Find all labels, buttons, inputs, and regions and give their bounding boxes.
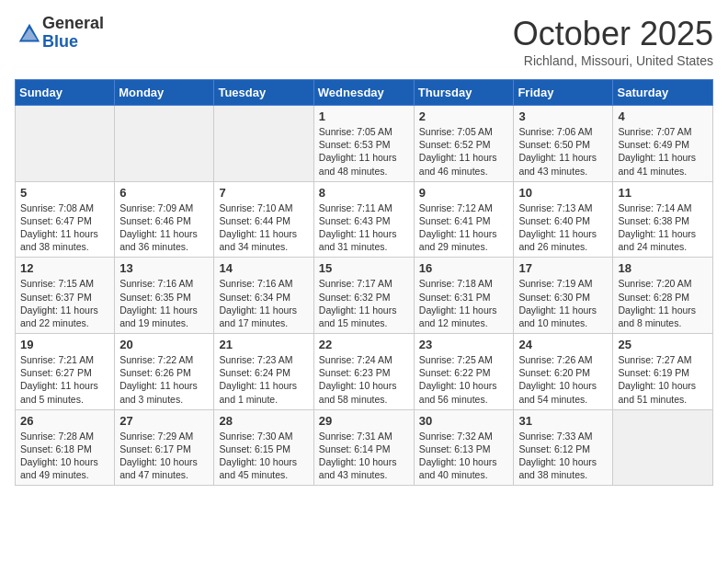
calendar-cell: 27Sunrise: 7:29 AM Sunset: 6:17 PM Dayli…	[115, 409, 214, 486]
calendar-cell: 1Sunrise: 7:05 AM Sunset: 6:53 PM Daylig…	[313, 106, 414, 182]
day-info: Sunrise: 7:27 AM Sunset: 6:19 PM Dayligh…	[618, 353, 708, 406]
calendar-cell: 21Sunrise: 7:23 AM Sunset: 6:24 PM Dayli…	[214, 334, 313, 410]
calendar-cell: 4Sunrise: 7:07 AM Sunset: 6:49 PM Daylig…	[613, 106, 713, 182]
calendar-week-row: 5Sunrise: 7:08 AM Sunset: 6:47 PM Daylig…	[16, 181, 713, 258]
day-info: Sunrise: 7:05 AM Sunset: 6:53 PM Dayligh…	[319, 125, 409, 178]
day-number: 22	[319, 338, 409, 351]
day-number: 25	[618, 338, 708, 351]
calendar-cell: 6Sunrise: 7:09 AM Sunset: 6:46 PM Daylig…	[115, 181, 214, 258]
day-number: 15	[319, 261, 409, 275]
calendar-cell: 14Sunrise: 7:16 AM Sunset: 6:34 PM Dayli…	[214, 258, 313, 334]
logo: General Blue	[15, 15, 104, 52]
weekday-header: Sunday	[16, 80, 115, 106]
calendar-cell: 25Sunrise: 7:27 AM Sunset: 6:19 PM Dayli…	[613, 334, 713, 410]
logo-text: General Blue	[42, 15, 104, 52]
calendar-table: SundayMondayTuesdayWednesdayThursdayFrid…	[15, 79, 713, 486]
day-number: 16	[419, 261, 509, 275]
calendar-cell: 12Sunrise: 7:15 AM Sunset: 6:37 PM Dayli…	[16, 258, 115, 334]
calendar-cell: 13Sunrise: 7:16 AM Sunset: 6:35 PM Dayli…	[115, 258, 214, 334]
calendar-cell: 19Sunrise: 7:21 AM Sunset: 6:27 PM Dayli…	[16, 334, 115, 410]
calendar-cell	[16, 106, 115, 182]
calendar-cell: 8Sunrise: 7:11 AM Sunset: 6:43 PM Daylig…	[313, 181, 414, 258]
day-info: Sunrise: 7:23 AM Sunset: 6:24 PM Dayligh…	[219, 353, 308, 406]
day-number: 14	[219, 261, 308, 275]
calendar-cell	[214, 106, 313, 182]
calendar-cell: 9Sunrise: 7:12 AM Sunset: 6:41 PM Daylig…	[414, 181, 514, 258]
day-info: Sunrise: 7:14 AM Sunset: 6:38 PM Dayligh…	[618, 201, 708, 254]
day-info: Sunrise: 7:05 AM Sunset: 6:52 PM Dayligh…	[419, 125, 509, 178]
calendar-cell: 17Sunrise: 7:19 AM Sunset: 6:30 PM Dayli…	[514, 258, 613, 334]
calendar-cell: 16Sunrise: 7:18 AM Sunset: 6:31 PM Dayli…	[414, 258, 514, 334]
day-info: Sunrise: 7:22 AM Sunset: 6:26 PM Dayligh…	[119, 353, 209, 406]
day-info: Sunrise: 7:29 AM Sunset: 6:17 PM Dayligh…	[119, 430, 209, 482]
calendar-cell: 28Sunrise: 7:30 AM Sunset: 6:15 PM Dayli…	[214, 409, 313, 486]
day-number: 12	[20, 261, 109, 275]
calendar-week-row: 1Sunrise: 7:05 AM Sunset: 6:53 PM Daylig…	[16, 106, 713, 182]
month-title: October 2025	[513, 15, 713, 53]
location: Richland, Missouri, United States	[513, 53, 713, 68]
day-number: 31	[518, 414, 608, 428]
day-info: Sunrise: 7:10 AM Sunset: 6:44 PM Dayligh…	[219, 201, 308, 254]
weekday-header: Thursday	[414, 80, 514, 106]
day-number: 23	[419, 338, 509, 351]
day-info: Sunrise: 7:30 AM Sunset: 6:15 PM Dayligh…	[219, 430, 308, 482]
day-info: Sunrise: 7:16 AM Sunset: 6:35 PM Dayligh…	[119, 277, 209, 329]
calendar-cell: 2Sunrise: 7:05 AM Sunset: 6:52 PM Daylig…	[414, 106, 514, 182]
day-number: 30	[419, 414, 509, 428]
weekday-header: Saturday	[613, 80, 713, 106]
logo-blue: Blue	[42, 33, 104, 52]
day-info: Sunrise: 7:06 AM Sunset: 6:50 PM Dayligh…	[518, 125, 608, 178]
day-number: 29	[319, 414, 409, 428]
day-number: 3	[518, 109, 608, 123]
weekday-header: Wednesday	[313, 80, 414, 106]
logo-icon	[17, 21, 42, 47]
day-info: Sunrise: 7:09 AM Sunset: 6:46 PM Dayligh…	[119, 201, 209, 254]
day-info: Sunrise: 7:26 AM Sunset: 6:20 PM Dayligh…	[518, 353, 608, 406]
title-block: October 2025 Richland, Missouri, United …	[513, 15, 713, 68]
day-number: 26	[20, 414, 109, 428]
day-info: Sunrise: 7:24 AM Sunset: 6:23 PM Dayligh…	[319, 353, 409, 406]
day-number: 21	[219, 338, 308, 351]
day-number: 5	[20, 186, 109, 200]
day-number: 13	[119, 261, 209, 275]
day-info: Sunrise: 7:32 AM Sunset: 6:13 PM Dayligh…	[419, 430, 509, 482]
day-info: Sunrise: 7:25 AM Sunset: 6:22 PM Dayligh…	[419, 353, 509, 406]
weekday-header: Monday	[115, 80, 214, 106]
day-number: 7	[219, 186, 308, 200]
day-number: 1	[319, 109, 409, 123]
day-info: Sunrise: 7:16 AM Sunset: 6:34 PM Dayligh…	[219, 277, 308, 329]
calendar-cell: 23Sunrise: 7:25 AM Sunset: 6:22 PM Dayli…	[414, 334, 514, 410]
day-info: Sunrise: 7:11 AM Sunset: 6:43 PM Dayligh…	[319, 201, 409, 254]
logo-general: General	[42, 15, 104, 33]
calendar-cell: 3Sunrise: 7:06 AM Sunset: 6:50 PM Daylig…	[514, 106, 613, 182]
day-info: Sunrise: 7:12 AM Sunset: 6:41 PM Dayligh…	[419, 201, 509, 254]
calendar-cell: 30Sunrise: 7:32 AM Sunset: 6:13 PM Dayli…	[414, 409, 514, 486]
day-number: 18	[618, 261, 708, 275]
day-number: 4	[618, 109, 708, 123]
calendar-cell: 22Sunrise: 7:24 AM Sunset: 6:23 PM Dayli…	[313, 334, 414, 410]
day-info: Sunrise: 7:21 AM Sunset: 6:27 PM Dayligh…	[20, 353, 109, 406]
weekday-header-row: SundayMondayTuesdayWednesdayThursdayFrid…	[16, 80, 713, 106]
calendar-week-row: 12Sunrise: 7:15 AM Sunset: 6:37 PM Dayli…	[16, 258, 713, 334]
day-number: 19	[20, 338, 109, 351]
page-header: General Blue October 2025 Richland, Miss…	[15, 15, 713, 68]
calendar-cell: 10Sunrise: 7:13 AM Sunset: 6:40 PM Dayli…	[514, 181, 613, 258]
calendar-cell: 18Sunrise: 7:20 AM Sunset: 6:28 PM Dayli…	[613, 258, 713, 334]
calendar-cell: 11Sunrise: 7:14 AM Sunset: 6:38 PM Dayli…	[613, 181, 713, 258]
calendar-cell: 26Sunrise: 7:28 AM Sunset: 6:18 PM Dayli…	[16, 409, 115, 486]
calendar-cell	[613, 409, 713, 486]
day-number: 28	[219, 414, 308, 428]
day-number: 8	[319, 186, 409, 200]
day-info: Sunrise: 7:20 AM Sunset: 6:28 PM Dayligh…	[618, 277, 708, 329]
day-number: 10	[518, 186, 608, 200]
weekday-header: Tuesday	[214, 80, 313, 106]
calendar-cell: 20Sunrise: 7:22 AM Sunset: 6:26 PM Dayli…	[115, 334, 214, 410]
calendar-cell: 24Sunrise: 7:26 AM Sunset: 6:20 PM Dayli…	[514, 334, 613, 410]
day-info: Sunrise: 7:33 AM Sunset: 6:12 PM Dayligh…	[518, 430, 608, 482]
day-info: Sunrise: 7:31 AM Sunset: 6:14 PM Dayligh…	[319, 430, 409, 482]
day-info: Sunrise: 7:15 AM Sunset: 6:37 PM Dayligh…	[20, 277, 109, 329]
calendar-cell: 15Sunrise: 7:17 AM Sunset: 6:32 PM Dayli…	[313, 258, 414, 334]
day-info: Sunrise: 7:19 AM Sunset: 6:30 PM Dayligh…	[518, 277, 608, 329]
day-number: 24	[518, 338, 608, 351]
day-info: Sunrise: 7:07 AM Sunset: 6:49 PM Dayligh…	[618, 125, 708, 178]
